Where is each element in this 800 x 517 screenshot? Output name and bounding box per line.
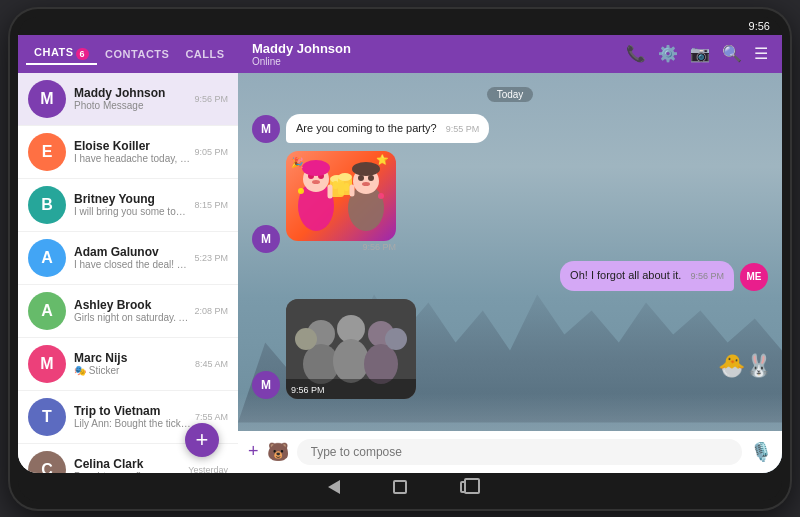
sticker-image: 🎉 ⭐: [286, 151, 396, 241]
chat-item-time: 9:56 PM: [194, 94, 228, 104]
avatar: A: [28, 292, 66, 330]
message-time: 9:55 PM: [446, 124, 480, 134]
message-text: Oh! I forgot all about it.: [570, 269, 681, 281]
chat-item-time: 9:05 PM: [194, 147, 228, 157]
date-divider: Today: [487, 87, 534, 102]
chat-list-item[interactable]: M Maddy Johnson Photo Message 9:56 PM: [18, 73, 238, 126]
messages-area: Today M Are you coming to the party? 9:5…: [238, 73, 782, 431]
chat-item-preview: I have headache today, let's meet next w…: [74, 153, 190, 164]
sidebar: CHATS6 CONTACTS CALLS M Maddy J: [18, 35, 238, 473]
svg-point-31: [295, 328, 317, 350]
chat-item-info: Trip to Vietnam Lily Ann: Bought the tic…: [74, 404, 191, 429]
message-avatar: M: [252, 225, 280, 253]
avatar: M: [28, 80, 66, 118]
svg-point-17: [338, 173, 352, 181]
message-row: Oh! I forgot all about it. 9:56 PM ME: [252, 261, 768, 290]
chat-item-preview: 🎭 Sticker: [74, 365, 191, 376]
chat-item-preview: I have closed the deal! Let's celebrate!…: [74, 259, 190, 270]
svg-point-27: [337, 315, 365, 343]
sticker-svg: 🎉 ⭐: [286, 151, 396, 241]
chat-item-info: Celina Clark Bought some flowers.: [74, 457, 184, 473]
status-bar: 9:56: [18, 17, 782, 35]
chat-item-time: 8:45 AM: [195, 359, 228, 369]
new-chat-fab[interactable]: +: [185, 423, 219, 457]
recents-button[interactable]: [458, 479, 474, 495]
chats-badge: 6: [76, 48, 90, 60]
app-container: CHATS6 CONTACTS CALLS M Maddy J: [18, 35, 782, 473]
message-time: 9:56 PM: [292, 241, 396, 254]
message-avatar: M: [252, 115, 280, 143]
chat-list-item[interactable]: M Marc Nijs 🎭 Sticker 8:45 AM: [18, 338, 238, 391]
tab-chats[interactable]: CHATS6: [26, 42, 97, 64]
chat-list-item[interactable]: E Eloise Koiller I have headache today, …: [18, 126, 238, 179]
chat-item-time: 2:08 PM: [194, 306, 228, 316]
chat-item-name: Ashley Brook: [74, 298, 190, 312]
svg-point-32: [385, 328, 407, 350]
chat-item-name: Britney Young: [74, 192, 190, 206]
chat-item-time: 7:55 AM: [195, 412, 228, 422]
avatar: A: [28, 239, 66, 277]
chat-item-name: Maddy Johnson: [74, 86, 190, 100]
svg-point-14: [362, 182, 370, 186]
photo-bubble: 9:56 PM: [286, 299, 406, 399]
chat-header-actions: 📞 ⚙️ 📷 🔍 ☰: [626, 44, 768, 63]
decorative-sticker: 🐣🐰: [718, 353, 772, 379]
chat-list-item[interactable]: B Britney Young I will bring you some to…: [18, 179, 238, 232]
tab-contacts[interactable]: CONTACTS: [97, 44, 177, 64]
chat-item-info: Adam Galunov I have closed the deal! Let…: [74, 245, 190, 270]
settings-icon[interactable]: ⚙️: [658, 44, 678, 63]
chat-item-time: 5:23 PM: [194, 253, 228, 263]
chat-item-time: Yesterday: [188, 465, 228, 473]
add-icon[interactable]: +: [248, 441, 259, 462]
input-area: + 🐻 🎙️: [238, 431, 782, 473]
sticker-icon[interactable]: 🐻: [267, 441, 289, 463]
avatar: B: [28, 186, 66, 224]
chat-item-info: Marc Nijs 🎭 Sticker: [74, 351, 191, 376]
mic-icon[interactable]: 🎙️: [750, 441, 772, 463]
chat-item-info: Eloise Koiller I have headache today, le…: [74, 139, 190, 164]
chat-header: Maddy Johnson Online 📞 ⚙️ 📷 🔍 ☰: [238, 35, 782, 73]
message-row: M: [252, 151, 768, 254]
message-row: M Are you coming to the party? 9:55 PM: [252, 114, 768, 143]
svg-text:🎉: 🎉: [291, 156, 304, 169]
status-time: 9:56: [749, 20, 770, 32]
avatar: C: [28, 451, 66, 473]
menu-icon[interactable]: ☰: [754, 44, 768, 63]
svg-point-22: [298, 188, 304, 194]
svg-point-12: [358, 175, 364, 181]
chat-item-preview: Girls night on saturday. Are you in?: [74, 312, 190, 323]
svg-point-4: [312, 180, 320, 184]
chat-item-preview: Lily Ann: Bought the ticket!: [74, 418, 191, 429]
camera-icon[interactable]: 📷: [690, 44, 710, 63]
chat-list: M Maddy Johnson Photo Message 9:56 PM E …: [18, 73, 238, 473]
svg-point-28: [333, 339, 369, 383]
search-icon[interactable]: 🔍: [722, 44, 742, 63]
svg-point-30: [364, 344, 398, 384]
message-bubble: Oh! I forgot all about it. 9:56 PM: [560, 261, 734, 290]
avatar: E: [28, 133, 66, 171]
chat-list-item[interactable]: A Adam Galunov I have closed the deal! L…: [18, 232, 238, 285]
chat-list-item[interactable]: A Ashley Brook Girls night on saturday. …: [18, 285, 238, 338]
svg-point-23: [378, 193, 384, 199]
message-row: M: [252, 299, 768, 399]
sticker-bubble: 🎉 ⭐ 9:56 PM: [286, 151, 396, 254]
chat-contact-status: Online: [252, 56, 351, 67]
chat-item-name: Trip to Vietnam: [74, 404, 191, 418]
svg-text:9:56 PM: 9:56 PM: [291, 385, 325, 395]
chat-item-preview: Bought some flowers.: [74, 471, 184, 473]
tablet-shell: 9:56 CHATS6 CONTACTS CALLS: [10, 9, 790, 509]
compose-input[interactable]: [297, 439, 742, 465]
chat-header-info: Maddy Johnson Online: [252, 41, 351, 67]
home-button[interactable]: [392, 479, 408, 495]
message-avatar: M: [252, 371, 280, 399]
photo-svg: 9:56 PM: [286, 299, 416, 399]
back-button[interactable]: [326, 479, 342, 495]
svg-point-5: [302, 160, 330, 176]
tab-calls[interactable]: CALLS: [177, 44, 232, 64]
main-chat: Maddy Johnson Online 📞 ⚙️ 📷 🔍 ☰ Today: [238, 35, 782, 473]
svg-point-13: [368, 175, 374, 181]
call-icon[interactable]: 📞: [626, 44, 646, 63]
chat-item-preview: Photo Message: [74, 100, 190, 111]
photo-image: 9:56 PM: [286, 299, 416, 399]
chat-item-name: Adam Galunov: [74, 245, 190, 259]
